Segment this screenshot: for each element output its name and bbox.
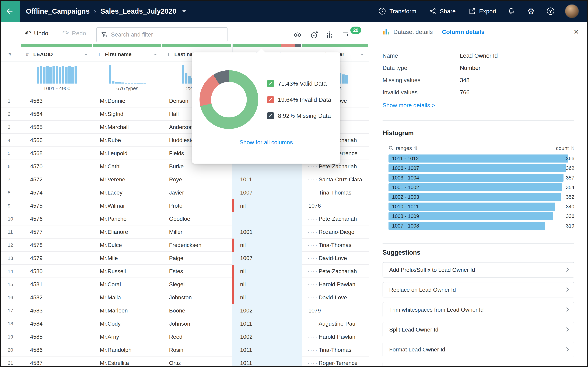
table-row[interactable]: 18 4584 Mr.Cody Johnson 1011 ····Augusti… xyxy=(0,317,369,330)
undo-button[interactable]: ↶ Undo xyxy=(25,22,48,44)
column-histogram-leadid[interactable]: 1001 - 4900 xyxy=(21,62,93,94)
cell-first-name[interactable]: Mr.Estrellita xyxy=(93,357,162,367)
cell-first-name[interactable]: Mr.Arny xyxy=(93,330,162,343)
cell-leadid[interactable]: 4576 xyxy=(21,212,93,225)
cell-first-name[interactable]: Mr.Sigfrid xyxy=(93,108,162,121)
cell-last-name[interactable]: Estes xyxy=(162,265,232,278)
notifications-button[interactable] xyxy=(507,7,516,16)
quality-bar-leadid[interactable] xyxy=(21,44,93,47)
cell-last-name[interactable]: Siegel xyxy=(162,278,232,291)
cell-lead-owner-id[interactable]: nil xyxy=(232,265,302,278)
cell-leadid[interactable]: 4572 xyxy=(21,173,93,186)
histogram-bin-row[interactable]: 1008 - 1009 336 xyxy=(389,212,574,220)
cell-first-name[interactable]: Mr.Donnie xyxy=(93,94,162,108)
table-row[interactable]: 19 4585 Mr.Arny Reed 1002 ····Harold·Paw… xyxy=(0,330,369,343)
cell-lead-owner[interactable]: ····Santa·Cruz·Clara xyxy=(302,173,369,186)
cell-lead-owner-id[interactable]: 1002 xyxy=(232,330,302,343)
cell-lead-owner-id[interactable]: nil xyxy=(232,199,302,212)
cell-leadid[interactable]: 4574 xyxy=(21,186,93,199)
cell-lead-owner-id[interactable]: nil xyxy=(232,278,302,291)
cell-first-name[interactable]: Mr.Cathi xyxy=(93,160,162,173)
sort-icon[interactable]: ⇅ xyxy=(414,146,418,151)
search-input[interactable] xyxy=(111,31,223,38)
quality-bar-first-name[interactable] xyxy=(93,44,162,47)
table-row[interactable]: 15 4581 Mr.Coral Siegel nil ····Harold·P… xyxy=(0,278,369,291)
column-menu-caret-icon[interactable] xyxy=(84,54,88,55)
preview-eye-icon[interactable] xyxy=(293,31,302,39)
cell-lead-owner[interactable]: ····Augustine·Paul xyxy=(302,317,369,330)
table-row[interactable]: 9 4575 Mr.Wilmar Proto nil 1076 xyxy=(0,199,369,212)
cell-lead-owner-id[interactable]: 1002 xyxy=(232,304,302,317)
table-row[interactable]: 14 4580 Mr.Russell Estes nil ····Pete·Za… xyxy=(0,265,369,278)
cell-last-name[interactable]: Johnston xyxy=(162,291,232,304)
cell-lead-owner-id[interactable]: 1011 xyxy=(232,173,302,186)
applied-steps-icon[interactable] xyxy=(342,31,350,39)
cell-last-name[interactable]: Johnson xyxy=(162,317,232,330)
cell-leadid[interactable]: 4585 xyxy=(21,330,93,343)
cell-lead-owner[interactable]: ····Harold·Pawlan xyxy=(302,278,369,291)
show-all-columns-link[interactable]: Show for all columns xyxy=(192,139,340,146)
cell-lead-owner-id[interactable]: nil xyxy=(232,291,302,304)
column-menu-caret-icon[interactable] xyxy=(361,54,364,55)
cell-leadid[interactable]: 4579 xyxy=(21,252,93,265)
column-menu-caret-icon[interactable] xyxy=(154,54,157,55)
count-column-label[interactable]: count xyxy=(556,145,569,151)
cell-lead-owner[interactable]: ····Tina·Thomas xyxy=(302,186,369,199)
cell-first-name[interactable]: Mr.Leupold xyxy=(93,147,162,160)
checkbox-icon[interactable]: ✓ xyxy=(267,96,274,103)
histogram-bin-row[interactable]: 1007 - 1008 319 xyxy=(389,222,574,230)
cell-lead-owner[interactable]: ····Tina·Thomas xyxy=(302,239,369,252)
cell-leadid[interactable]: 4577 xyxy=(21,225,93,239)
tab-column-details[interactable]: Column details xyxy=(442,28,484,35)
checkbox-icon[interactable]: ✓ xyxy=(267,80,274,87)
histogram-bin-row[interactable]: 1011 - 1012 366 xyxy=(389,154,574,163)
column-stats-icon[interactable] xyxy=(326,31,334,39)
cell-first-name[interactable]: Mr.Cody xyxy=(93,317,162,330)
cell-first-name[interactable]: Mr.Marchall xyxy=(93,121,162,134)
quality-bar-last-name[interactable] xyxy=(162,44,232,47)
steps-count-badge[interactable]: 29 xyxy=(350,26,361,34)
legend-item[interactable]: ✓ 71.43% Valid Data xyxy=(267,80,331,87)
show-more-details-link[interactable]: Show more details > xyxy=(382,102,435,109)
breadcrumb-current[interactable]: Sales_Leads_July2020 xyxy=(100,7,176,15)
table-row[interactable]: 10 4576 Mr.Pancho Goodloe ····Pete·Zacha… xyxy=(0,212,369,225)
cell-lead-owner[interactable]: ····David·Love xyxy=(302,252,369,265)
cell-last-name[interactable]: Ortiz xyxy=(162,357,232,367)
cell-first-name[interactable]: Mr.Verene xyxy=(93,173,162,186)
cell-lead-owner-id[interactable]: 1007 xyxy=(232,252,302,265)
breadcrumb-caret-icon[interactable] xyxy=(182,10,186,12)
cell-lead-owner[interactable]: ····Harold·Pawlan xyxy=(302,330,369,343)
cell-last-name[interactable]: Roye xyxy=(162,173,232,186)
cell-first-name[interactable]: Mr.Marleen xyxy=(93,304,162,317)
cell-last-name[interactable]: Proto xyxy=(162,199,232,212)
cell-first-name[interactable]: Mr.Dulce xyxy=(93,239,162,252)
share-button[interactable]: Share xyxy=(429,7,456,15)
cell-leadid[interactable]: 4565 xyxy=(21,121,93,134)
suggestion-card[interactable]: Add Prefix/Suffix to Lead Owner Id xyxy=(382,262,574,277)
cell-lead-owner-id[interactable]: 1011 xyxy=(232,343,302,357)
legend-item[interactable]: ✓ 8.92% Missing Data xyxy=(267,112,331,119)
column-header-leadid[interactable]: # LEADID xyxy=(21,47,93,62)
cell-last-name[interactable]: Fredericksen xyxy=(162,239,232,252)
suggestion-card[interactable]: Split Lead Owner Id xyxy=(382,322,574,337)
cell-leadid[interactable]: 4583 xyxy=(21,304,93,317)
suggestion-card[interactable] xyxy=(382,362,574,367)
cell-leadid[interactable]: 4568 xyxy=(21,147,93,160)
cell-first-name[interactable]: Mr.Randolph xyxy=(93,343,162,357)
cell-lead-owner-id[interactable]: 1001 xyxy=(232,225,302,239)
cell-lead-owner[interactable]: ····Pete·Zachariah xyxy=(302,265,369,278)
column-header-first-name[interactable]: T First name xyxy=(93,47,162,62)
cell-lead-owner[interactable]: ····Tina·Thomas xyxy=(302,343,369,357)
cell-lead-owner[interactable]: ····Roger·Terrence xyxy=(302,357,369,367)
table-row[interactable]: 17 4583 Mr.Marleen Boone 1002 1079 xyxy=(0,304,369,317)
column-histogram-first-name[interactable]: 676 types xyxy=(93,62,162,94)
target-icon[interactable] xyxy=(310,31,319,39)
cell-leadid[interactable]: 4578 xyxy=(21,239,93,252)
cell-leadid[interactable]: 4586 xyxy=(21,343,93,357)
cell-leadid[interactable]: 4564 xyxy=(21,108,93,121)
cell-lead-owner-id[interactable] xyxy=(232,212,302,225)
table-row[interactable]: 11 4577 Mr.Elianore Miller 1001 ····Roza… xyxy=(0,225,369,239)
sort-icon[interactable]: ⇅ xyxy=(571,146,574,151)
cell-leadid[interactable]: 4582 xyxy=(21,291,93,304)
cell-leadid[interactable]: 4587 xyxy=(21,357,93,367)
